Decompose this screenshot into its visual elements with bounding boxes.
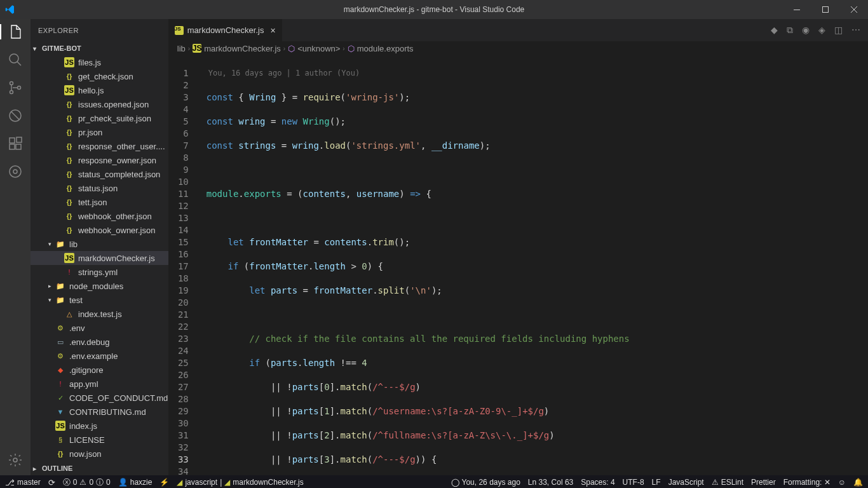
tree-item-resposne-owner-json[interactable]: {}resposne_owner.json bbox=[31, 153, 168, 167]
gitlens-annotation[interactable]: You, 16 days ago | 1 author (You) bbox=[207, 67, 858, 79]
tree-item-webhook-owner-json[interactable]: {}webhook_owner.json bbox=[31, 223, 168, 237]
prettier-status[interactable]: Prettier bbox=[751, 478, 776, 487]
action-icon-2[interactable]: ⧉ bbox=[787, 25, 793, 36]
cube-icon: ⬡ bbox=[348, 44, 355, 53]
breadcrumb-item[interactable]: markdownChecker.js bbox=[204, 44, 281, 53]
js-icon: ◢ bbox=[177, 478, 182, 487]
tree-item-test[interactable]: ▾📁test bbox=[31, 293, 168, 307]
tree-item-webhook-other-json[interactable]: {}webhook_other.json bbox=[31, 209, 168, 223]
explorer-icon[interactable] bbox=[0, 24, 31, 39]
info-icon: ⓘ bbox=[96, 477, 104, 488]
tree-item-now-json[interactable]: {}now.json bbox=[31, 447, 168, 461]
close-tab-icon[interactable]: × bbox=[270, 25, 275, 36]
breadcrumb-item[interactable]: lib bbox=[177, 44, 186, 53]
power-icon[interactable]: ⚡ bbox=[159, 478, 169, 487]
eslint-status[interactable]: ⚠ESLint bbox=[712, 478, 743, 487]
breadcrumbs[interactable]: lib › JS markdownChecker.js › ⬡ <unknown… bbox=[168, 41, 868, 55]
tree-item-response-other-user----[interactable]: {}response_other_user.... bbox=[31, 139, 168, 153]
maximize-button[interactable] bbox=[811, 0, 839, 19]
source-control-icon[interactable] bbox=[8, 80, 23, 95]
tree-item-status-json[interactable]: {}status.json bbox=[31, 181, 168, 195]
tab-label: markdownChecker.js bbox=[187, 25, 264, 35]
git-branch[interactable]: ⎇master bbox=[5, 478, 41, 487]
tree-item--env-example[interactable]: ⚙.env.example bbox=[31, 349, 168, 363]
explorer-sidebar: EXPLORER ▾ GITME-BOT JSfiles.js{}get_che… bbox=[31, 19, 168, 475]
svg-point-12 bbox=[13, 170, 17, 173]
settings-gear-icon[interactable] bbox=[8, 452, 23, 468]
cube-icon: ⬡ bbox=[288, 44, 295, 53]
tree-item-app-yml[interactable]: !app.yml bbox=[31, 377, 168, 391]
outline-label: OUTLINE bbox=[42, 464, 72, 472]
tree-item-lib[interactable]: ▾📁lib bbox=[31, 237, 168, 251]
svg-point-4 bbox=[10, 91, 13, 94]
file-tree: JSfiles.js{}get_check.jsonJShello.js{}is… bbox=[31, 55, 168, 461]
tree-item-strings-yml[interactable]: !strings.yml bbox=[31, 265, 168, 279]
liveshare-user[interactable]: 👤haxzie bbox=[118, 478, 153, 487]
encoding[interactable]: UTF-8 bbox=[623, 478, 644, 487]
tree-item-pr-check-suite-json[interactable]: {}pr_check_suite.json bbox=[31, 111, 168, 125]
tree-item-files-js[interactable]: JSfiles.js bbox=[31, 55, 168, 69]
tree-item--env-debug[interactable]: ▭.env.debug bbox=[31, 335, 168, 349]
chevron-right-icon: › bbox=[188, 45, 190, 52]
svg-point-11 bbox=[10, 166, 21, 177]
close-button[interactable] bbox=[839, 0, 868, 19]
breadcrumb-item[interactable]: <unknown> bbox=[297, 44, 340, 53]
window-title: markdownChecker.js - gitme-bot - Visual … bbox=[344, 5, 525, 14]
cursor-position[interactable]: Ln 33, Col 63 bbox=[528, 478, 573, 487]
status-bar: ⎇master ⟳ ⓧ0 ⚠0 ⓘ0 👤haxzie ⚡ ◢ javascrip… bbox=[0, 475, 868, 488]
eol[interactable]: LF bbox=[652, 478, 661, 487]
tree-item-get-check-json[interactable]: {}get_check.json bbox=[31, 69, 168, 83]
tree-item--env[interactable]: ⚙.env bbox=[31, 321, 168, 335]
tree-item-index-test-js[interactable]: △index.test.js bbox=[31, 307, 168, 321]
tree-item-code-of-conduct-md[interactable]: ✓CODE_OF_CONDUCT.md bbox=[31, 391, 168, 405]
svg-rect-8 bbox=[10, 144, 15, 149]
problems[interactable]: ⓧ0 ⚠0 ⓘ0 bbox=[63, 477, 111, 488]
action-icon-3[interactable]: ◉ bbox=[802, 25, 810, 36]
bell-icon[interactable]: 🔔 bbox=[853, 478, 863, 487]
tree-item-hello-js[interactable]: JShello.js bbox=[31, 83, 168, 97]
action-icon-4[interactable]: ◈ bbox=[818, 25, 825, 36]
search-icon[interactable] bbox=[8, 52, 23, 67]
outline-section-header[interactable]: ▸ OUTLINE bbox=[31, 461, 168, 475]
language-path[interactable]: ◢ javascript | ◢ markdownChecker.js bbox=[177, 478, 303, 487]
indentation[interactable]: Spaces: 4 bbox=[581, 478, 614, 487]
gitlens-icon[interactable] bbox=[8, 164, 23, 179]
tree-item-pr-json[interactable]: {}pr.json bbox=[31, 125, 168, 139]
code-editor[interactable]: 1234567891011121314151617181920212223242… bbox=[168, 55, 868, 475]
tab-markdownchecker[interactable]: JS markdownChecker.js × bbox=[168, 19, 282, 41]
js-file-icon: JS bbox=[175, 26, 184, 35]
tree-item-status-completed-json[interactable]: {}status_completed.json bbox=[31, 167, 168, 181]
tree-item-license[interactable]: §LICENSE bbox=[31, 433, 168, 447]
tree-item--gitignore[interactable]: ◆.gitignore bbox=[31, 363, 168, 377]
tree-item-node-modules[interactable]: ▸📁node_modules bbox=[31, 279, 168, 293]
tree-item-tett-json[interactable]: {}tett.json bbox=[31, 195, 168, 209]
sync-button[interactable]: ⟳ bbox=[48, 478, 55, 487]
formatting-status[interactable]: Formatting: ✕ bbox=[783, 478, 831, 487]
extensions-icon[interactable] bbox=[8, 136, 23, 151]
minimize-button[interactable] bbox=[782, 0, 811, 19]
svg-point-2 bbox=[10, 54, 18, 63]
js-icon: ◢ bbox=[224, 478, 230, 487]
editor-group: JS markdownChecker.js × ◆ ⧉ ◉ ◈ ◫ ⋯ lib … bbox=[168, 19, 868, 475]
chevron-down-icon: ▾ bbox=[33, 45, 41, 52]
tree-item-issues-opened-json[interactable]: {}issues.opened.json bbox=[31, 97, 168, 111]
debug-icon[interactable] bbox=[8, 108, 23, 123]
tree-item-contributing-md[interactable]: ▼CONTRIBUTING.md bbox=[31, 405, 168, 419]
explorer-title: EXPLORER bbox=[31, 19, 168, 41]
more-actions-icon[interactable]: ⋯ bbox=[851, 25, 860, 36]
titlebar: markdownChecker.js - gitme-bot - Visual … bbox=[0, 0, 868, 19]
project-section-header[interactable]: ▾ GITME-BOT bbox=[31, 41, 168, 55]
code-content[interactable]: You, 16 days ago | 1 author (You) const … bbox=[200, 55, 858, 475]
split-editor-icon[interactable]: ◫ bbox=[834, 25, 843, 36]
error-icon: ⓧ bbox=[63, 477, 71, 488]
tree-item-index-js[interactable]: JSindex.js bbox=[31, 419, 168, 433]
branch-icon: ⎇ bbox=[5, 478, 15, 487]
gitlens-status[interactable]: ◯You, 26 days ago bbox=[451, 478, 520, 487]
action-icon-1[interactable]: ◆ bbox=[771, 25, 778, 36]
tree-item-markdownchecker-js[interactable]: JSmarkdownChecker.js bbox=[31, 251, 168, 265]
breadcrumb-item[interactable]: module.exports bbox=[357, 44, 414, 53]
language-mode[interactable]: JavaScript bbox=[668, 478, 704, 487]
circle-icon: ◯ bbox=[451, 478, 459, 487]
minimap[interactable] bbox=[858, 55, 868, 475]
feedback-icon[interactable]: ☺ bbox=[838, 478, 846, 487]
